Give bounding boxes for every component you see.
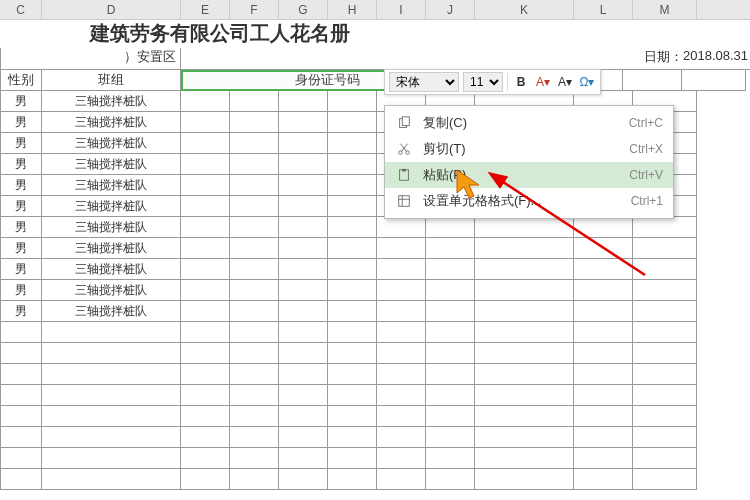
header-gender: 性别 — [0, 70, 42, 91]
cell-gender[interactable]: 男 — [0, 280, 42, 301]
table-row[interactable] — [0, 448, 750, 469]
table-row[interactable]: 男三轴搅拌桩队 — [0, 217, 750, 238]
col-header-F[interactable]: F — [230, 0, 279, 19]
font-size-select[interactable]: 11 — [463, 72, 503, 92]
table-row[interactable] — [0, 385, 750, 406]
cell-team[interactable]: 三轴搅拌桩队 — [42, 112, 181, 133]
table-row[interactable]: 男三轴搅拌桩队 — [0, 301, 750, 322]
col-header-J[interactable]: J — [426, 0, 475, 19]
table-row[interactable]: 男三轴搅拌桩队 — [0, 238, 750, 259]
col-header-L[interactable]: L — [574, 0, 633, 19]
table-row[interactable] — [0, 469, 750, 490]
col-header-C[interactable]: C — [0, 0, 42, 19]
table-row[interactable]: 男三轴搅拌桩队 — [0, 259, 750, 280]
cell-team[interactable]: 三轴搅拌桩队 — [42, 154, 181, 175]
table-row[interactable]: 男三轴搅拌桩队 — [0, 280, 750, 301]
col-header-H[interactable]: H — [328, 0, 377, 19]
cell-gender[interactable]: 男 — [0, 154, 42, 175]
table-header-row: 性别 班组 身份证号码 — [0, 70, 750, 91]
cell-gender[interactable]: 男 — [0, 91, 42, 112]
table-row[interactable] — [0, 427, 750, 448]
symbol-button[interactable]: Ω▾ — [578, 73, 596, 91]
table-row[interactable] — [0, 364, 750, 385]
context-menu[interactable]: 复制(C)Ctrl+C剪切(T)Ctrl+X粘贴(P)Ctrl+V设置单元格格式… — [384, 105, 674, 219]
paste-icon — [395, 166, 413, 184]
svg-rect-1 — [402, 117, 409, 126]
cell-gender[interactable]: 男 — [0, 301, 42, 322]
cell-gender[interactable]: 男 — [0, 259, 42, 280]
cell-team[interactable]: 三轴搅拌桩队 — [42, 175, 181, 196]
col-header-I[interactable]: I — [377, 0, 426, 19]
subtitle: ）安置区 — [0, 48, 181, 69]
table-row[interactable] — [0, 343, 750, 364]
font-color-button[interactable]: A▾ — [534, 73, 552, 91]
cell-team[interactable]: 三轴搅拌桩队 — [42, 91, 181, 112]
cell-team[interactable]: 三轴搅拌桩队 — [42, 217, 181, 238]
col-header-K[interactable]: K — [475, 0, 574, 19]
cell-gender[interactable]: 男 — [0, 217, 42, 238]
cut-icon — [395, 140, 413, 158]
menu-item-format[interactable]: 设置单元格格式(F)...Ctrl+1 — [385, 188, 673, 214]
cell-gender[interactable]: 男 — [0, 133, 42, 154]
font-sizeup-button[interactable]: A▾ — [556, 73, 574, 91]
date-label: 日期： — [624, 48, 683, 69]
cell-team[interactable]: 三轴搅拌桩队 — [42, 280, 181, 301]
font-family-select[interactable]: 宋体 — [389, 72, 459, 92]
cell-team[interactable]: 三轴搅拌桩队 — [42, 301, 181, 322]
col-header-D[interactable]: D — [42, 0, 181, 19]
cell-team[interactable]: 三轴搅拌桩队 — [42, 238, 181, 259]
bold-button[interactable]: B — [512, 73, 530, 91]
col-header-M[interactable]: M — [633, 0, 697, 19]
menu-item-cut[interactable]: 剪切(T)Ctrl+X — [385, 136, 673, 162]
cell-team[interactable]: 三轴搅拌桩队 — [42, 196, 181, 217]
cell-gender[interactable]: 男 — [0, 175, 42, 196]
menu-item-copy[interactable]: 复制(C)Ctrl+C — [385, 110, 673, 136]
col-header-G[interactable]: G — [279, 0, 328, 19]
format-icon — [395, 192, 413, 210]
mini-toolbar[interactable]: 宋体 11 B A▾ A▾ Ω▾ — [384, 69, 601, 95]
header-team: 班组 — [42, 70, 181, 91]
page-title: 建筑劳务有限公司工人花名册 — [0, 20, 750, 48]
cell-team[interactable]: 三轴搅拌桩队 — [42, 133, 181, 154]
spreadsheet-grid[interactable]: 建筑劳务有限公司工人花名册 ）安置区 日期： 2018.08.31 性别 班组 … — [0, 20, 750, 490]
copy-icon — [395, 114, 413, 132]
cell-gender[interactable]: 男 — [0, 112, 42, 133]
table-row[interactable] — [0, 322, 750, 343]
date-value: 2018.08.31 — [683, 48, 750, 69]
cell-gender[interactable]: 男 — [0, 196, 42, 217]
col-header-E[interactable]: E — [181, 0, 230, 19]
cell-team[interactable]: 三轴搅拌桩队 — [42, 259, 181, 280]
menu-item-paste[interactable]: 粘贴(P)Ctrl+V — [385, 162, 673, 188]
svg-rect-6 — [399, 196, 410, 207]
cell-gender[interactable]: 男 — [0, 238, 42, 259]
svg-rect-5 — [402, 169, 406, 172]
column-headers: CDEFGHIJKLM — [0, 0, 750, 20]
table-row[interactable] — [0, 406, 750, 427]
